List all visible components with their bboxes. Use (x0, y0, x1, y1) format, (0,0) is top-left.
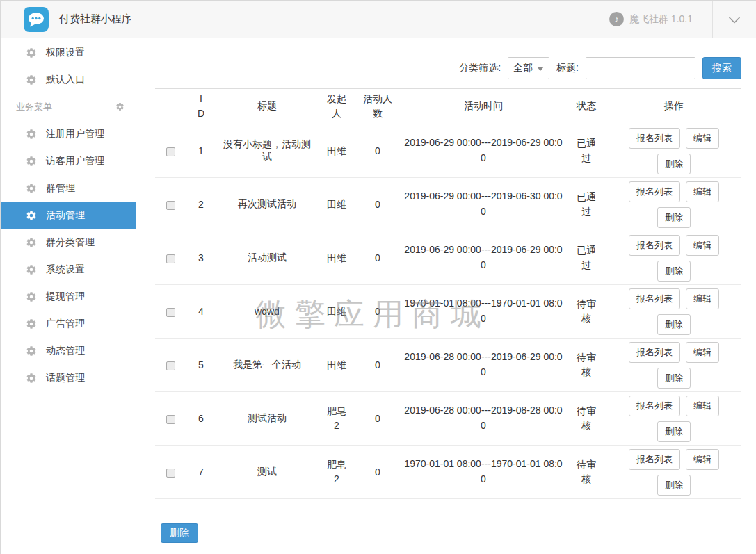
cell-initiator: 肥皂2 (319, 392, 355, 446)
gear-icon (26, 210, 37, 221)
cell-title: wqwd (216, 285, 319, 339)
column-header-2: 标题 (216, 89, 319, 124)
table-row: 7测试肥皂201970-01-01 08:00---1970-01-01 08:… (155, 446, 741, 499)
sidebar-item-label: 群分类管理 (46, 236, 95, 249)
cell-initiator: 田维 (319, 124, 355, 178)
edit-button[interactable]: 编辑 (686, 128, 719, 149)
sidebar-item-12[interactable]: 话题管理 (1, 364, 136, 391)
cell-initiator: 田维 (319, 339, 355, 392)
brand-info: ♪ 魔飞社群 1.0.1 (609, 1, 712, 38)
cell-time: 2019-06-28 00:00---2019-08-28 00:00 (401, 392, 566, 446)
signup-list-button[interactable]: 报名列表 (629, 235, 680, 256)
table-row: 3活动测试田维02019-06-29 00:00---2019-06-29 00… (155, 231, 741, 285)
signup-list-button[interactable]: 报名列表 (629, 181, 680, 202)
signup-list-button[interactable]: 报名列表 (629, 449, 680, 470)
row-checkbox[interactable] (166, 254, 175, 263)
signup-list-button[interactable]: 报名列表 (629, 128, 680, 149)
edit-button[interactable]: 编辑 (686, 288, 719, 309)
column-header-1: ID (186, 89, 216, 124)
signup-list-button[interactable]: 报名列表 (629, 396, 680, 416)
cell-title: 测试活动 (216, 392, 319, 446)
row-delete-button[interactable]: 删除 (657, 421, 691, 442)
edit-button[interactable]: 编辑 (686, 449, 719, 470)
table-row: 4wqwd田维01970-01-01 08:00---1970-01-01 08… (155, 285, 741, 339)
cell-title: 再次测试活动 (216, 178, 319, 231)
cell-time: 2019-06-28 00:00---2019-06-29 00:00 (401, 339, 566, 392)
edit-button[interactable]: 编辑 (686, 235, 719, 256)
sidebar-item-1[interactable]: 默认入口 (1, 66, 136, 93)
title-search-input[interactable] (586, 57, 695, 79)
cell-id: 6 (186, 392, 216, 446)
cell-initiator: 田维 (319, 178, 355, 231)
row-delete-button[interactable]: 删除 (657, 154, 691, 174)
cell-initiator: 田维 (319, 285, 355, 339)
mofei-logo-icon: ♪ (609, 12, 624, 26)
brand-version: 魔飞社群 1.0.1 (629, 13, 693, 26)
sidebar-item-7[interactable]: 群分类管理 (1, 229, 136, 256)
sidebar-item-label: 默认入口 (46, 74, 85, 86)
column-header-7: 操作 (606, 89, 741, 124)
column-header-6: 状态 (566, 89, 606, 124)
gear-icon (26, 264, 37, 275)
cell-id: 4 (186, 285, 216, 339)
edit-button[interactable]: 编辑 (686, 396, 719, 416)
sidebar-item-5[interactable]: 群管理 (1, 174, 136, 202)
sidebar-item-8[interactable]: 系统设置 (1, 256, 136, 283)
row-delete-button[interactable]: 删除 (657, 475, 691, 496)
sidebar-item-9[interactable]: 提现管理 (1, 283, 136, 310)
column-header-0 (155, 89, 186, 124)
table-row: 2再次测试活动田维02019-06-29 00:00---2019-06-30 … (155, 178, 741, 231)
gear-icon (26, 373, 37, 384)
sidebar-item-0[interactable]: 权限设置 (1, 39, 136, 66)
category-select[interactable]: 全部 (508, 57, 549, 79)
sidebar-item-label: 话题管理 (46, 372, 85, 384)
gear-icon (26, 129, 37, 140)
category-select-value: 全部 (513, 62, 533, 74)
row-delete-button[interactable]: 删除 (657, 261, 691, 282)
sidebar-item-label: 活动管理 (46, 209, 85, 222)
sidebar-item-10[interactable]: 广告管理 (1, 310, 136, 337)
sidebar-item-4[interactable]: 访客用户管理 (1, 147, 136, 174)
cell-time: 1970-01-01 08:00---1970-01-01 08:00 (401, 285, 566, 339)
app-logo-icon (24, 7, 49, 32)
gear-icon (26, 183, 37, 194)
cell-id: 5 (186, 339, 216, 392)
row-checkbox[interactable] (166, 147, 175, 156)
edit-button[interactable]: 编辑 (686, 181, 719, 202)
sidebar-item-label: 广告管理 (46, 318, 85, 330)
main-content: 分类筛选: 全部 标题: 搜索 ID标题发起人活动人数活动时间状态操作 1没有小… (136, 38, 756, 553)
sidebar-item-3[interactable]: 注册用户管理 (1, 120, 136, 147)
filter-bar: 分类筛选: 全部 标题: 搜索 (155, 57, 741, 79)
row-checkbox[interactable] (166, 415, 175, 424)
cell-time: 2019-06-29 00:00---2019-06-29 00:00 (401, 124, 566, 178)
signup-list-button[interactable]: 报名列表 (629, 288, 680, 309)
gear-icon (26, 156, 37, 167)
edit-button[interactable]: 编辑 (686, 342, 719, 363)
sidebar-item-label: 群管理 (46, 182, 75, 195)
row-checkbox[interactable] (166, 201, 175, 210)
signup-list-button[interactable]: 报名列表 (629, 342, 680, 363)
table-row: 6测试活动肥皂202019-06-28 00:00---2019-08-28 0… (155, 392, 741, 446)
bulk-delete-button[interactable]: 删除 (161, 523, 198, 543)
chevron-down-icon[interactable] (713, 1, 756, 38)
cell-initiator: 肥皂2 (319, 446, 355, 499)
row-delete-button[interactable]: 删除 (657, 314, 691, 335)
sidebar-section-header: 业务菜单 (1, 93, 136, 120)
search-button[interactable]: 搜索 (702, 57, 741, 79)
cell-status: 待审核 (566, 446, 606, 499)
select-caret-icon (537, 67, 544, 71)
sidebar-item-11[interactable]: 动态管理 (1, 337, 136, 364)
table-header-row: ID标题发起人活动人数活动时间状态操作 (155, 89, 741, 124)
cell-title: 没有小标题，活动测试 (216, 124, 319, 178)
row-checkbox[interactable] (166, 308, 175, 317)
row-delete-button[interactable]: 删除 (657, 207, 691, 228)
gear-icon (26, 345, 37, 357)
row-checkbox[interactable] (166, 361, 175, 370)
row-delete-button[interactable]: 删除 (657, 368, 691, 389)
row-checkbox[interactable] (166, 469, 175, 478)
sidebar-item-6[interactable]: 活动管理 (1, 202, 136, 229)
gear-icon (26, 237, 37, 248)
sidebar-item-label: 权限设置 (46, 47, 85, 59)
cell-id: 2 (186, 178, 216, 231)
activities-table: ID标题发起人活动人数活动时间状态操作 1没有小标题，活动测试田维02019-0… (155, 88, 741, 499)
